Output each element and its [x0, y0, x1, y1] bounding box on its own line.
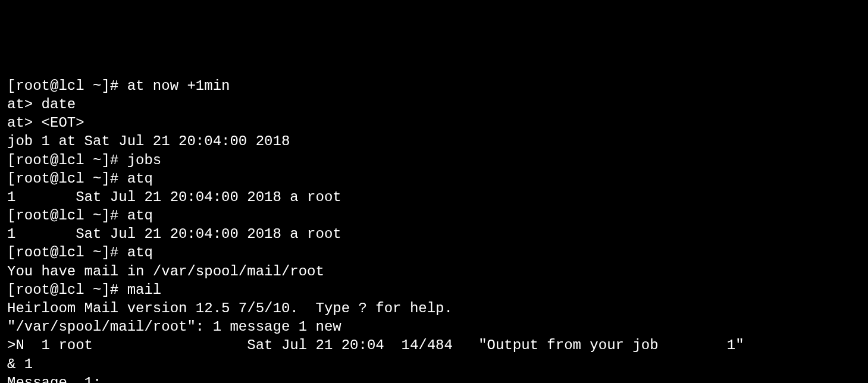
terminal-line: 1 Sat Jul 21 20:04:00 2018 a root: [7, 225, 861, 243]
terminal-line: at> date: [7, 95, 861, 114]
terminal-line: job 1 at Sat Jul 21 20:04:00 2018: [7, 132, 861, 150]
terminal-line: [root@lcl ~]# mail: [7, 281, 861, 299]
terminal-line: [root@lcl ~]# atq: [7, 243, 861, 262]
terminal-line: [root@lcl ~]# jobs: [7, 151, 861, 169]
terminal-line: [root@lcl ~]# atq: [7, 169, 861, 188]
terminal-line: at> <EOT>: [7, 114, 861, 132]
terminal-line: Heirloom Mail version 12.5 7/5/10. Type …: [7, 299, 861, 318]
terminal-line: [root@lcl ~]# at now +1min: [7, 77, 861, 95]
terminal-line: "/var/spool/mail/root": 1 message 1 new: [7, 318, 861, 336]
terminal-output[interactable]: [root@lcl ~]# at now +1minat> dateat> <E…: [7, 77, 861, 383]
terminal-line: >N 1 root Sat Jul 21 20:04 14/484 "Outpu…: [7, 336, 861, 354]
terminal-line: [root@lcl ~]# atq: [7, 206, 861, 225]
terminal-line: & 1: [7, 355, 861, 373]
terminal-line: Message 1:: [7, 373, 861, 383]
terminal-line: You have mail in /var/spool/mail/root: [7, 262, 861, 281]
terminal-line: 1 Sat Jul 21 20:04:00 2018 a root: [7, 188, 861, 206]
